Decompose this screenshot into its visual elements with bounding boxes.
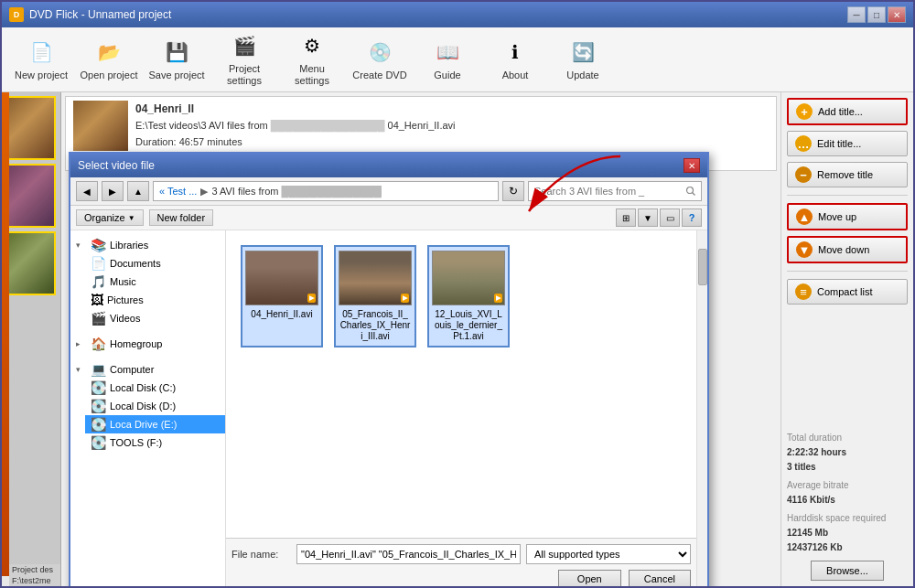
progress-fill bbox=[2, 92, 9, 576]
files-grid: ▶ 04_Henri_II.avi ▶ 05_Francois bbox=[226, 230, 696, 362]
move-down-button[interactable]: ▼ Move down bbox=[787, 236, 908, 263]
remove-title-button[interactable]: − Remove title bbox=[787, 162, 908, 187]
videos-label: Videos bbox=[110, 313, 220, 324]
filename-label: File name: bbox=[231, 549, 291, 560]
scrollbar-thumb[interactable] bbox=[698, 249, 707, 285]
documents-label: Documents bbox=[110, 258, 220, 269]
libraries-label: Libraries bbox=[110, 240, 220, 251]
thumbnail-3[interactable] bbox=[6, 231, 56, 295]
add-title-label: Add title... bbox=[818, 106, 863, 117]
tree-item-disk-d[interactable]: 💽 Local Disk (D:) bbox=[85, 397, 225, 415]
filename-input[interactable] bbox=[296, 544, 521, 564]
toolbar-about[interactable]: ℹ About bbox=[483, 31, 547, 88]
progress-bar bbox=[2, 92, 9, 586]
address-breadcrumb[interactable]: « Test ... ▶ 3 AVI files from ██████████… bbox=[153, 181, 499, 201]
move-up-button[interactable]: ▲ Move up bbox=[787, 203, 908, 230]
thumbnail-1[interactable] bbox=[6, 96, 56, 160]
compact-list-button[interactable]: ≡ Compact list bbox=[787, 279, 908, 305]
guide-icon: 📖 bbox=[433, 37, 462, 67]
file-label-1: 04_Henri_II.avi bbox=[251, 309, 312, 320]
open-project-icon: 📂 bbox=[94, 37, 124, 67]
tree-item-computer[interactable]: ▾ 💻 Computer bbox=[70, 360, 225, 379]
open-button[interactable]: Open bbox=[558, 570, 621, 586]
close-button[interactable]: ✕ bbox=[888, 6, 906, 23]
edit-title-button[interactable]: … Edit title... bbox=[787, 131, 908, 156]
new-folder-button[interactable]: New folder bbox=[149, 209, 214, 226]
tree-item-tools-f[interactable]: 💽 TOOLS (F:) bbox=[85, 433, 225, 452]
toolbar-guide[interactable]: 📖 Guide bbox=[415, 31, 479, 88]
file-item-1[interactable]: ▶ 04_Henri_II.avi bbox=[241, 245, 323, 347]
back-button[interactable]: ◀ bbox=[76, 181, 98, 201]
tree-item-homegroup[interactable]: ▸ 🏠 Homegroup bbox=[70, 335, 225, 353]
file-badge-2: ▶ bbox=[401, 294, 409, 303]
update-label: Update bbox=[566, 69, 598, 81]
toolbar-create-dvd[interactable]: 💿 Create DVD bbox=[348, 31, 412, 88]
new-folder-label: New folder bbox=[157, 212, 206, 223]
about-label: About bbox=[502, 69, 529, 81]
tools-f-icon: 💽 bbox=[91, 435, 106, 450]
organize-button[interactable]: Organize ▼ bbox=[76, 209, 144, 226]
dialog-title: Select video file bbox=[78, 159, 155, 172]
file-badge-3: ▶ bbox=[494, 294, 502, 303]
filetype-select[interactable]: All supported types bbox=[526, 544, 691, 564]
tree-item-drive-e[interactable]: 💽 Loca Drive (E:) bbox=[85, 415, 225, 433]
save-project-label: Save project bbox=[148, 69, 204, 81]
search-input[interactable] bbox=[528, 181, 702, 201]
toolbar-open-project[interactable]: 📂 Open project bbox=[77, 31, 141, 88]
tree-item-videos[interactable]: 🎬 Videos bbox=[85, 309, 225, 327]
harddisk-mb: 12145 Mb bbox=[787, 526, 908, 540]
toolbar-new-project[interactable]: 📄 New project bbox=[9, 31, 73, 88]
tree-item-pictures[interactable]: 🖼 Pictures bbox=[85, 291, 225, 309]
cancel-button[interactable]: Cancel bbox=[629, 570, 691, 586]
harddisk-kb: 12437126 Kb bbox=[787, 540, 908, 555]
toolbar-project-settings[interactable]: 🎬 Project settings bbox=[212, 31, 276, 88]
up-button[interactable]: ▲ bbox=[127, 181, 149, 201]
disk-d-label: Local Disk (D:) bbox=[110, 401, 220, 412]
videos-icon: 🎬 bbox=[91, 311, 106, 326]
view-preview-button[interactable]: ▭ bbox=[660, 208, 680, 227]
help-button[interactable]: ? bbox=[682, 208, 702, 227]
file-badge-1: ▶ bbox=[307, 294, 316, 303]
titles-count: 3 titles bbox=[787, 460, 908, 475]
dialog-close-button[interactable]: ✕ bbox=[684, 158, 700, 173]
tree-expand-icon: ▾ bbox=[76, 241, 87, 250]
vertical-scrollbar[interactable] bbox=[696, 230, 707, 586]
toolbar-update[interactable]: 🔄 Update bbox=[551, 31, 615, 88]
move-up-label: Move up bbox=[818, 211, 856, 222]
computer-expand: ▾ bbox=[76, 365, 87, 374]
file-thumb-2: ▶ bbox=[339, 251, 412, 305]
tree-item-documents[interactable]: 📄 Documents bbox=[85, 254, 225, 273]
thumbnail-2[interactable] bbox=[6, 164, 56, 228]
breadcrumb-test[interactable]: « Test ... bbox=[159, 186, 197, 197]
file-label-3: 12_Louis_XVI_Louis_le_dernier_Pt.1.avi bbox=[433, 309, 504, 342]
maximize-button[interactable]: □ bbox=[867, 6, 886, 23]
title-duration: Duration: 46:57 minutes bbox=[135, 134, 769, 151]
remove-title-label: Remove title bbox=[817, 169, 873, 180]
view-grid-button[interactable]: ⊞ bbox=[616, 208, 636, 227]
browse-button[interactable]: Browse... bbox=[811, 561, 884, 581]
file-item-3[interactable]: ▶ 12_Louis_XVI_Louis_le_dernier_Pt.1.avi bbox=[427, 245, 510, 347]
computer-label: Computer bbox=[110, 364, 220, 375]
tree-item-disk-c[interactable]: 💽 Local Disk (C:) bbox=[85, 379, 225, 397]
forward-button[interactable]: ▶ bbox=[102, 181, 124, 201]
documents-icon: 📄 bbox=[91, 256, 106, 271]
window-title: DVD Flick - Unnamed project bbox=[29, 8, 171, 21]
compact-icon: ≡ bbox=[795, 283, 812, 300]
toolbar-save-project[interactable]: 💾 Save project bbox=[145, 31, 209, 88]
drive-e-label: Loca Drive (E:) bbox=[110, 419, 220, 430]
avg-bitrate-label: Average bitrate bbox=[787, 478, 908, 493]
disk-c-icon: 💽 bbox=[91, 380, 106, 395]
add-title-button[interactable]: + Add title... bbox=[787, 98, 908, 125]
new-project-icon: 📄 bbox=[27, 37, 56, 67]
file-item-2[interactable]: ▶ 05_Francois_II_Charles_IX_Henri_III.av… bbox=[334, 245, 416, 347]
tree-item-libraries[interactable]: ▾ 📚 Libraries bbox=[70, 236, 225, 254]
tree-item-music[interactable]: 🎵 Music bbox=[85, 273, 225, 291]
files-scroll: ▶ 04_Henri_II.avi ▶ 05_Francois bbox=[226, 230, 696, 538]
separator-2 bbox=[787, 271, 908, 272]
toolbar-menu-settings[interactable]: ⚙ Menu settings bbox=[280, 31, 344, 88]
remove-icon: − bbox=[795, 166, 812, 183]
right-panel: + Add title... … Edit title... − Remove … bbox=[780, 92, 913, 586]
minimize-button[interactable]: ─ bbox=[847, 6, 866, 23]
view-dropdown-button[interactable]: ▼ bbox=[638, 208, 658, 227]
refresh-button[interactable]: ↻ bbox=[502, 181, 524, 201]
